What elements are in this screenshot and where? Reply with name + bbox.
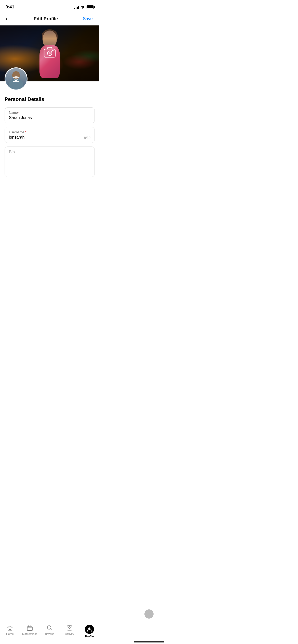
section-title: Personal Details bbox=[5, 96, 95, 102]
form-section: Personal Details Name* Username* 8/30 bbox=[0, 94, 99, 186]
name-label: Name* bbox=[9, 111, 90, 114]
signal-icon bbox=[74, 5, 79, 9]
bio-input[interactable] bbox=[9, 150, 90, 173]
avatar-section bbox=[0, 67, 99, 90]
wifi-icon bbox=[80, 5, 85, 9]
username-label: Username* bbox=[9, 130, 90, 134]
save-button[interactable]: Save bbox=[82, 15, 94, 22]
username-field: Username* 8/30 bbox=[5, 127, 95, 143]
username-count: 8/30 bbox=[84, 136, 90, 140]
svg-rect-3 bbox=[52, 50, 53, 51]
svg-point-2 bbox=[49, 52, 51, 54]
status-icons bbox=[74, 5, 94, 9]
name-input[interactable] bbox=[9, 115, 90, 120]
back-button[interactable]: ‹ bbox=[6, 15, 10, 23]
nav-bar: ‹ Edit Profile Save bbox=[0, 12, 99, 25]
bio-field bbox=[5, 147, 95, 177]
status-time: 9:41 bbox=[6, 5, 14, 10]
battery-icon bbox=[87, 5, 94, 9]
status-bar: 9:41 bbox=[0, 0, 99, 12]
cover-camera-icon[interactable] bbox=[43, 46, 56, 61]
username-input[interactable] bbox=[9, 135, 82, 140]
avatar-camera-icon bbox=[5, 68, 27, 90]
svg-point-6 bbox=[16, 79, 17, 80]
name-field: Name* bbox=[5, 107, 95, 123]
avatar[interactable] bbox=[5, 67, 28, 90]
page-title: Edit Profile bbox=[34, 16, 58, 22]
